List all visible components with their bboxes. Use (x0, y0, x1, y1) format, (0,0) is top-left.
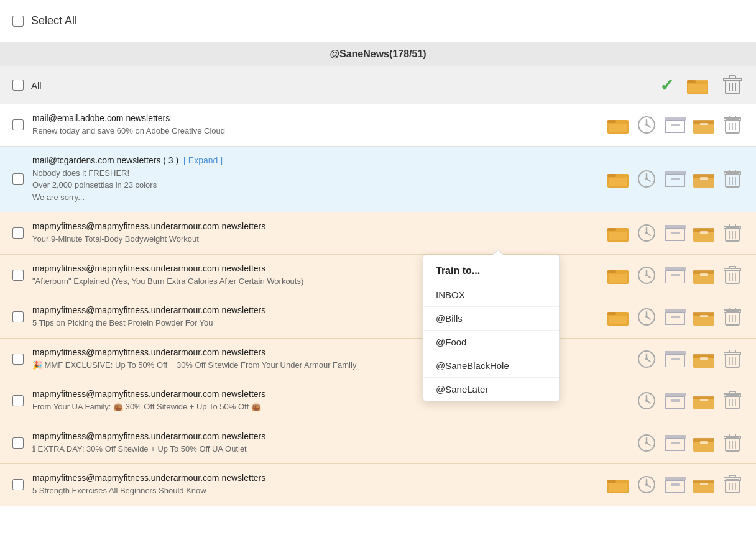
email-row: mapmyfitness@mapmyfitness.underarmour.co… (0, 464, 756, 506)
clock-button[interactable] (635, 390, 658, 412)
clock-button[interactable] (635, 168, 658, 190)
dropdown-item-food[interactable]: @Food (423, 330, 559, 354)
archive-button[interactable] (664, 432, 686, 454)
dropdown-item-sanelater[interactable]: @SaneLater (423, 377, 559, 401)
email-row: mapmyfitness@mapmyfitness.underarmour.co… (0, 380, 756, 422)
svg-rect-94 (666, 313, 685, 325)
email-sender: mail@email.adobe.com newsletters (32, 113, 594, 123)
email-row: mail@tcgardens.com newsletters ( 3 ) [ E… (0, 147, 756, 213)
svg-point-124 (645, 399, 648, 402)
all-row-checkbox[interactable] (12, 80, 24, 91)
svg-rect-154 (607, 480, 616, 483)
dropdown-item-saneblackhole[interactable]: @SaneBlackHole (423, 354, 559, 377)
svg-rect-161 (666, 480, 685, 493)
box-button[interactable] (693, 432, 715, 454)
email-checkbox[interactable] (12, 437, 24, 449)
box-button[interactable] (693, 114, 715, 136)
email-checkbox[interactable] (12, 173, 24, 185)
svg-rect-142 (666, 439, 685, 451)
email-checkbox[interactable] (12, 119, 24, 130)
archive-button[interactable] (664, 168, 686, 190)
svg-rect-2 (687, 80, 696, 83)
trash-button[interactable] (721, 168, 744, 190)
email-checkbox[interactable] (12, 311, 24, 322)
archive-button[interactable] (664, 264, 686, 286)
clock-button[interactable] (635, 473, 658, 496)
clock-button[interactable] (635, 222, 658, 244)
svg-rect-57 (671, 232, 680, 234)
svg-rect-56 (666, 229, 685, 241)
box-button[interactable] (693, 306, 715, 328)
trash-button[interactable] (721, 348, 744, 370)
box-button[interactable] (693, 222, 715, 244)
expand-link[interactable]: [ Expand ] (183, 155, 223, 165)
trash-button[interactable] (721, 306, 744, 328)
svg-rect-87 (607, 312, 616, 315)
clock-button[interactable] (635, 348, 658, 370)
folder-button[interactable] (607, 168, 629, 190)
email-checkbox[interactable] (12, 227, 24, 239)
all-row-label: All (31, 80, 660, 91)
svg-point-73 (645, 274, 648, 276)
archive-button[interactable] (664, 348, 686, 370)
folder-button[interactable] (607, 222, 629, 244)
all-row: All ✓ (0, 66, 756, 104)
all-row-actions: ✓ (660, 74, 744, 96)
archive-button[interactable] (664, 222, 686, 244)
trash-button[interactable] (721, 74, 744, 96)
trash-button[interactable] (721, 222, 744, 244)
email-checkbox[interactable] (12, 270, 24, 281)
box-button[interactable] (693, 264, 715, 286)
svg-rect-130 (700, 399, 708, 401)
svg-rect-18 (666, 121, 685, 133)
trash-button[interactable] (721, 264, 744, 286)
box-button[interactable] (693, 473, 715, 496)
trash-button[interactable] (721, 473, 744, 496)
box-button[interactable] (693, 168, 715, 190)
email-row-actions (607, 473, 744, 496)
email-checkbox[interactable] (12, 354, 24, 365)
clock-button[interactable] (635, 306, 658, 328)
checkmark-icon[interactable]: ✓ (660, 75, 674, 96)
email-preview: Nobody does it FRESHER!Over 2,000 poinse… (32, 167, 594, 204)
svg-point-16 (645, 124, 648, 126)
trash-button[interactable] (721, 432, 744, 454)
archive-button[interactable] (664, 306, 686, 328)
email-checkbox[interactable] (12, 395, 24, 406)
clock-button[interactable] (635, 114, 658, 136)
email-content: mapmyfitness@mapmyfitness.underarmour.co… (32, 431, 623, 455)
dropdown-item-inbox[interactable]: INBOX (423, 283, 559, 306)
clock-button[interactable] (635, 264, 658, 286)
svg-rect-165 (700, 483, 708, 485)
folder-button[interactable] (607, 264, 629, 286)
box-button[interactable] (693, 390, 715, 412)
svg-rect-38 (671, 178, 680, 180)
folder-button[interactable] (607, 473, 629, 496)
email-preview: 5 Strength Exercises All Beginners Shoul… (32, 485, 594, 497)
email-preview: From Your UA Family: 👜 30% Off Sitewide … (32, 401, 623, 413)
svg-point-92 (645, 316, 648, 318)
svg-rect-82 (729, 266, 735, 268)
email-row: mapmyfitness@mapmyfitness.underarmour.co… (0, 212, 756, 255)
trash-button[interactable] (721, 390, 744, 412)
svg-rect-155 (609, 483, 627, 492)
svg-rect-79 (700, 273, 708, 276)
folder-button[interactable] (686, 74, 709, 96)
svg-rect-19 (671, 124, 680, 126)
dropdown-item-bills[interactable]: @Bills (423, 306, 559, 330)
email-checkbox[interactable] (12, 479, 24, 490)
folder-button[interactable] (607, 114, 629, 136)
svg-rect-25 (729, 116, 735, 118)
archive-button[interactable] (664, 473, 686, 496)
archive-button[interactable] (664, 390, 686, 412)
box-button[interactable] (693, 348, 715, 370)
svg-rect-63 (729, 224, 735, 226)
clock-button[interactable] (635, 432, 658, 454)
archive-button[interactable] (664, 114, 686, 136)
email-content: mail@tcgardens.com newsletters ( 3 ) [ E… (32, 155, 594, 204)
svg-rect-50 (609, 232, 627, 240)
trash-button[interactable] (721, 114, 744, 136)
select-all-checkbox[interactable] (12, 16, 24, 27)
svg-rect-37 (666, 175, 685, 187)
folder-button[interactable] (607, 306, 629, 328)
